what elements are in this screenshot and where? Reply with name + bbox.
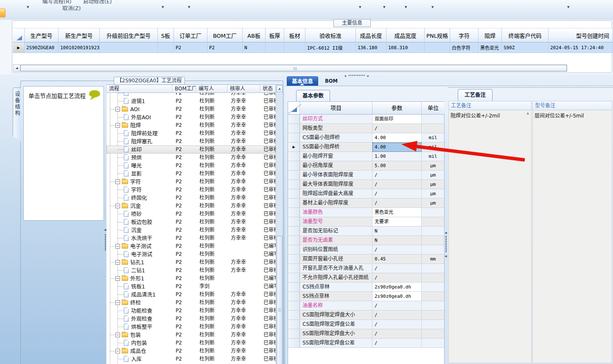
param-row[interactable]: SS挡点菲林2s90z0gea0.dh	[288, 292, 444, 301]
flow-row[interactable]: 丝印P2杜列新方幸幸已审核	[106, 146, 276, 154]
param-row[interactable]: CS面最小阻焊桥4.00mil	[288, 133, 444, 143]
param-value-cell[interactable]: 5.00	[372, 161, 422, 171]
dropdown-arrow-icon[interactable]: ▼	[431, 6, 434, 9]
param-value-cell[interactable]: /	[372, 301, 422, 311]
param-value-cell[interactable]: /	[372, 180, 422, 189]
flow-col-header[interactable]: 流程	[106, 85, 172, 93]
flow-row[interactable]: 外观检查P2杜列新方幸幸已审核	[106, 315, 276, 323]
main-col-header[interactable]: 终端客户代码	[502, 28, 549, 42]
param-value-cell[interactable]: 4.00	[372, 133, 422, 143]
param-row[interactable]: 不允许阻焊入孔最小孔径图纸/	[288, 273, 444, 283]
param-row-header[interactable]	[288, 245, 300, 255]
flow-col-header[interactable]: 状态	[260, 85, 276, 93]
param-row[interactable]: CS面阻焊限定焊盘公差/	[288, 320, 444, 329]
flow-row[interactable]: 电子测试P2杜列新已编写	[106, 250, 276, 258]
main-col-header[interactable]: 阻焊	[479, 28, 502, 42]
tab-basic-params[interactable]: 基本参数	[296, 90, 330, 101]
param-row-header[interactable]	[288, 217, 300, 227]
main-col-header[interactable]: 验收标准	[305, 28, 356, 42]
flow-row[interactable]: 内包装P2杜列新方幸幸已审核	[106, 339, 276, 347]
tab-device-structure[interactable]: 设备结构	[13, 87, 21, 142]
collapse-icon[interactable]: −	[115, 123, 120, 128]
model-remark-text[interactable]: 层间对位公差+/-5mil	[532, 110, 612, 363]
param-row-header[interactable]	[288, 180, 300, 189]
param-row[interactable]: 最小导体表面阻焊厚度/µm	[288, 171, 444, 180]
horizontal-splitter[interactable]: ▲ ▲	[344, 73, 376, 77]
flow-row[interactable]: 入库P2杜列新方幸幸已审核	[106, 355, 276, 363]
param-value-cell[interactable]: 双面丝印	[372, 115, 422, 124]
param-value-cell[interactable]: 1.00	[372, 152, 422, 161]
flow-row[interactable]: 喷砂P2杜列新方幸幸已审核	[106, 210, 276, 218]
flow-row[interactable]: −钻孔1P2杜列新方幸幸已审核	[106, 258, 276, 266]
flow-row[interactable]: −电子测试P2杜列新已编写	[106, 242, 276, 250]
param-row[interactable]: 最小拐角厚度5.00µm	[288, 161, 444, 171]
params-remarks-splitter[interactable]: ◀ ◀	[445, 86, 448, 364]
param-row-header[interactable]	[288, 227, 300, 236]
flow-row[interactable]: 退锡1P2杜列新方幸幸已审核	[106, 97, 276, 105]
main-col-header[interactable]: 字符	[450, 28, 479, 42]
scroll-up-icon[interactable]: ▲	[525, 111, 530, 120]
main-col-header[interactable]: 订单工厂	[174, 28, 207, 42]
tab-bom[interactable]: BOM	[322, 78, 340, 85]
flow-col-header[interactable]: 编写人	[196, 85, 227, 93]
flow-row[interactable]: 终固化P2杜列新方幸幸已审核	[106, 194, 276, 202]
flow-row[interactable]: 功能检查P2杜列新方幸幸已审核	[106, 307, 276, 315]
flow-row[interactable]: P2杜列新方幸幸已审核	[106, 93, 276, 97]
hscrollbar-thumb[interactable]	[20, 65, 567, 71]
dropdown-arrow-icon[interactable]: ▼	[383, 6, 385, 9]
param-row[interactable]: 油墨型号无要求	[288, 217, 444, 227]
param-value-cell[interactable]: /	[372, 264, 422, 273]
collapse-icon[interactable]: −	[115, 244, 120, 249]
param-row-header[interactable]	[288, 208, 300, 217]
main-col-header[interactable]: 新生产型号	[59, 28, 100, 42]
main-info-hscrollbar[interactable]: ◀	[13, 64, 567, 72]
main-col-header[interactable]: 板厚	[266, 28, 284, 42]
collapse-icon[interactable]: −	[115, 107, 120, 112]
flow-row[interactable]: −终检P2杜列新方幸幸已审核	[106, 299, 276, 307]
flow-row[interactable]: −包装P2杜列新方幸幸已审核	[106, 331, 276, 339]
flow-row[interactable]: 阻焊塞孔P2杜列新方幸幸已审核	[106, 137, 276, 146]
param-col-unit[interactable]: 单位	[422, 102, 445, 115]
flow-row[interactable]: 板边包胶P2杜列新方幸幸已审核	[106, 218, 276, 226]
param-row-header[interactable]: ▶	[288, 143, 300, 152]
param-row[interactable]: ▶SS面最小阻焊桥4.00mil	[288, 143, 444, 152]
param-value-cell[interactable]: /	[372, 339, 422, 348]
param-value-cell[interactable]: N	[372, 236, 422, 245]
dropdown-arrow-icon[interactable]: ▼	[27, 6, 29, 9]
param-row-header[interactable]	[288, 133, 300, 143]
param-row-header[interactable]	[288, 199, 300, 208]
param-value-cell[interactable]: /	[372, 320, 422, 329]
collapse-icon[interactable]: −	[115, 300, 120, 305]
main-col-header[interactable]: AB板	[243, 28, 266, 42]
param-value-cell[interactable]: /	[372, 199, 422, 208]
param-row-header[interactable]	[288, 161, 300, 171]
scroll-left-icon[interactable]: ◀	[14, 65, 20, 71]
main-col-header[interactable]: 升级前旧生产型号	[100, 28, 158, 42]
collapse-icon[interactable]: −	[115, 260, 120, 265]
vscrollbar-thumb[interactable]	[277, 236, 283, 364]
collapse-icon[interactable]: −	[115, 349, 120, 353]
main-data-row[interactable]: ▶2S90ZOGEA010010200191923P2P2NIPC-6012 I…	[13, 42, 613, 53]
param-row-header[interactable]	[288, 292, 300, 301]
main-col-header[interactable]: 成品长度	[356, 28, 386, 42]
flow-row[interactable]: 外层AOIP2杜列新方幸幸已审核	[106, 113, 276, 121]
param-value-cell[interactable]: /	[372, 189, 422, 199]
param-row[interactable]: 最大导体表面阻焊厚度/µm	[288, 180, 444, 189]
main-col-header[interactable]: 生产型号	[25, 28, 59, 42]
dropdown-arrow-icon[interactable]: ▼	[405, 6, 407, 9]
param-row[interactable]: 双面开窗最小孔径0.45mm	[288, 255, 444, 264]
main-col-header[interactable]: S板	[158, 28, 174, 42]
flow-row[interactable]: 阻焊前处理P2杜列新方幸幸已审核	[106, 129, 276, 137]
param-value-cell[interactable]: /	[372, 245, 422, 255]
main-col-header[interactable]: 板材	[284, 28, 305, 42]
flow-row[interactable]: −沉金P2杜列新方幸幸已审核	[106, 202, 276, 210]
collapse-icon[interactable]: −	[115, 179, 120, 184]
vertical-splitter[interactable]: ◀	[104, 228, 106, 254]
flow-row[interactable]: 字符P2杜列新方幸幸已审核	[106, 186, 276, 194]
param-row-header[interactable]	[288, 301, 300, 311]
param-row[interactable]: SS面阻焊限定焊盘大小/	[288, 329, 444, 339]
main-col-header[interactable]: 成品宽度	[386, 28, 425, 42]
param-value-cell[interactable]: 2s90z0gea0.dh	[372, 292, 422, 301]
flow-col-header[interactable]: 核审人	[227, 85, 260, 93]
param-row[interactable]: 网板类型/	[288, 124, 444, 133]
